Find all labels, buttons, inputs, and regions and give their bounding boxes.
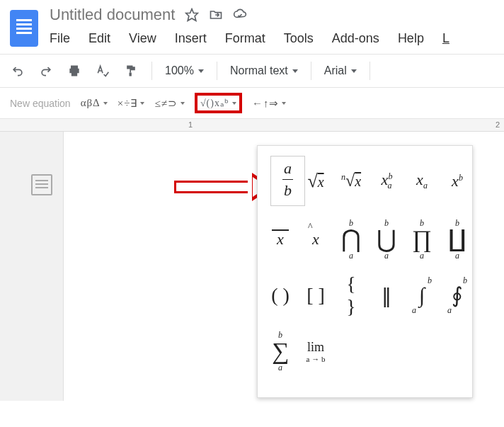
equation-toolbar: New equation αβΔ ×÷∃ ≤≠⊃ √()xₐᵇ ←↑⇒: [0, 88, 504, 119]
menu-insert[interactable]: Insert: [175, 31, 207, 46]
font-dropdown[interactable]: Arial: [324, 64, 357, 77]
sum-button[interactable]: b∑a: [270, 331, 290, 372]
brackets-button[interactable]: [ ]: [306, 284, 326, 307]
sub-sup-button[interactable]: xba: [377, 171, 396, 191]
document-outline-icon[interactable]: [31, 174, 52, 195]
fraction-button[interactable]: ab: [270, 156, 290, 206]
separator: [151, 62, 152, 80]
main-toolbar: 100% Normal text Arial: [0, 54, 504, 88]
menu-help[interactable]: Help: [398, 31, 424, 46]
print-icon[interactable]: [67, 63, 82, 79]
misc-operations-dropdown[interactable]: ×÷∃: [118, 97, 145, 110]
arrows-dropdown[interactable]: ←↑⇒: [252, 97, 287, 110]
vert-bars-button[interactable]: ‖: [377, 284, 396, 307]
relations-dropdown[interactable]: ≤≠⊃: [154, 97, 184, 110]
undo-icon[interactable]: [10, 63, 25, 79]
nth-root-button[interactable]: n√x: [341, 171, 361, 190]
cloud-status-icon[interactable]: [233, 8, 247, 22]
menu-tools[interactable]: Tools: [284, 31, 314, 46]
paragraph-style-dropdown[interactable]: Normal text: [230, 64, 298, 77]
menu-edit[interactable]: Edit: [88, 31, 110, 46]
product-button[interactable]: b∏a: [412, 219, 432, 260]
svg-rect-1: [130, 73, 132, 76]
union-button[interactable]: b⋃a: [377, 219, 396, 260]
overbar-button[interactable]: x: [270, 230, 290, 249]
left-gutter: [0, 132, 64, 401]
ruler-mark: 1: [188, 120, 193, 129]
greek-letters-dropdown[interactable]: αβΔ: [81, 97, 108, 109]
svg-marker-0: [186, 9, 198, 21]
spellcheck-icon[interactable]: [95, 63, 110, 79]
math-operations-panel: ab √x n√x xba xa xb x x b⋂a b⋃a b∏a b∐a …: [257, 145, 473, 398]
limit-button[interactable]: lima → b: [306, 340, 326, 363]
docs-logo-icon[interactable]: [10, 10, 38, 47]
menu-last-edit[interactable]: L: [442, 31, 449, 46]
math-operations-dropdown[interactable]: √()xₐᵇ: [195, 93, 242, 113]
subscript-button[interactable]: xa: [412, 171, 432, 191]
menu-addons[interactable]: Add-ons: [332, 31, 379, 46]
parentheses-button[interactable]: ( ): [270, 284, 290, 307]
ruler-mark: 2: [496, 120, 500, 129]
menu-file[interactable]: File: [50, 31, 70, 46]
paint-format-icon[interactable]: [123, 63, 139, 79]
superscript-button[interactable]: xb: [447, 172, 467, 190]
intersection-button[interactable]: b⋂a: [341, 219, 361, 260]
hat-button[interactable]: x: [306, 230, 326, 249]
menu-format[interactable]: Format: [225, 31, 265, 46]
sqrt-button[interactable]: √x: [306, 171, 326, 192]
integral-button[interactable]: b∫a: [412, 276, 432, 314]
star-icon[interactable]: [185, 8, 199, 22]
coproduct-button[interactable]: b∐a: [447, 219, 467, 260]
separator: [217, 62, 217, 80]
move-icon[interactable]: [209, 8, 223, 22]
new-equation-button[interactable]: New equation: [10, 98, 71, 109]
redo-icon[interactable]: [38, 63, 54, 79]
menu-view[interactable]: View: [129, 31, 156, 46]
separator: [311, 62, 311, 80]
separator: [370, 62, 370, 80]
menu-bar: File Edit View Insert Format Tools Add-o…: [50, 24, 449, 46]
document-title[interactable]: Untitled document: [50, 6, 175, 24]
braces-button[interactable]: { }: [341, 273, 361, 318]
contour-integral-button[interactable]: b∮a: [447, 276, 467, 314]
zoom-dropdown[interactable]: 100%: [165, 64, 204, 77]
ruler[interactable]: 1 2: [0, 119, 504, 132]
